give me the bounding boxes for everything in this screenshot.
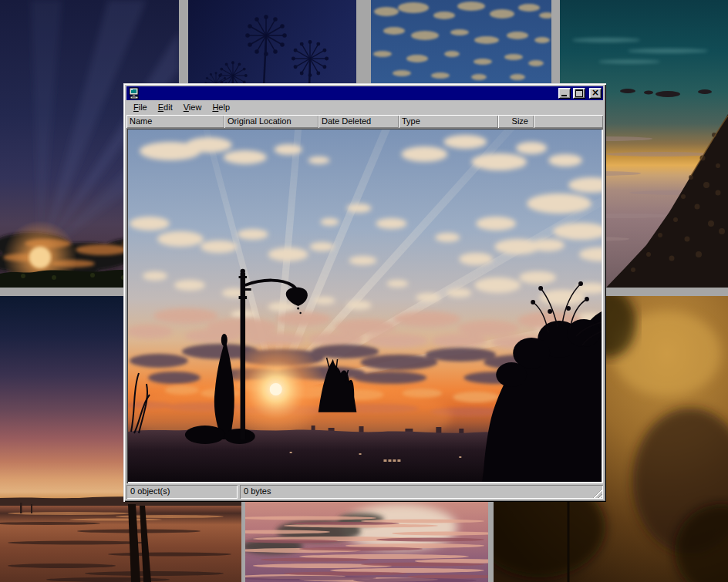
column-header-type[interactable]: Type: [399, 115, 498, 128]
column-header-name[interactable]: Name: [126, 115, 224, 128]
menu-item-file[interactable]: File: [128, 101, 153, 114]
sunset-streetlamp-photo: [128, 130, 602, 482]
recycle-bin-window: File Edit View Help Name Original Locati…: [123, 83, 606, 502]
computer-icon[interactable]: [128, 87, 140, 99]
column-header-size[interactable]: Size: [498, 115, 534, 128]
status-bytes: 0 bytes: [240, 485, 603, 499]
menubar: File Edit View Help: [126, 100, 603, 115]
column-header-original-location[interactable]: Original Location: [224, 115, 318, 128]
close-button[interactable]: [589, 88, 602, 99]
titlebar[interactable]: [126, 86, 603, 100]
desktop: { "desktop": { "wallpaper_tiles": [ {"na…: [0, 0, 728, 582]
menu-item-edit[interactable]: Edit: [153, 101, 178, 114]
maximize-button[interactable]: [573, 88, 585, 99]
minimize-button[interactable]: [558, 88, 571, 99]
menu-item-help[interactable]: Help: [207, 101, 235, 114]
list-content-area[interactable]: [126, 128, 603, 483]
status-objects: 0 object(s): [126, 485, 238, 499]
list-column-headers: Name Original Location Date Deleted Type…: [126, 115, 603, 128]
column-header-blank[interactable]: [534, 115, 603, 128]
menu-item-view[interactable]: View: [178, 101, 207, 114]
statusbar: 0 object(s) 0 bytes: [126, 485, 603, 499]
column-header-date-deleted[interactable]: Date Deleted: [318, 115, 399, 128]
